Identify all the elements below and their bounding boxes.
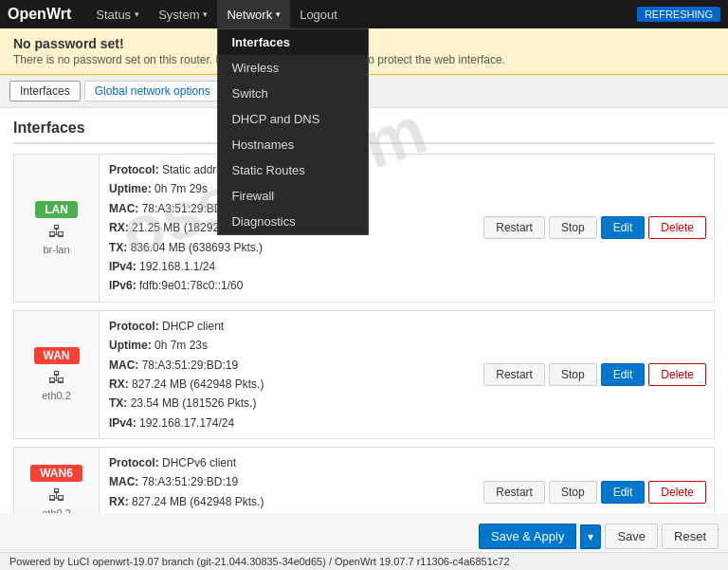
nav-status[interactable]: Status ▾ bbox=[86, 0, 149, 28]
nav-network[interactable]: Network ▾ Interfaces Wireless Switch DHC… bbox=[217, 0, 290, 28]
wan6-stop-button[interactable]: Stop bbox=[549, 481, 597, 504]
lan-action-row: Restart Stop Edit Delete bbox=[483, 216, 706, 239]
wan-action-row: Restart Stop Edit Delete bbox=[483, 363, 706, 386]
lan-badge: LAN bbox=[35, 201, 78, 218]
table-row: WAN6 🖧 eth0.2 Protocol: DHCPv6 client MA… bbox=[13, 447, 715, 513]
wan6-action-row: Restart Stop Edit Delete bbox=[483, 481, 706, 504]
dropdown-item-wireless[interactable]: Wireless bbox=[218, 55, 368, 81]
lan-edit-button[interactable]: Edit bbox=[601, 216, 646, 239]
wan6-delete-button[interactable]: Delete bbox=[648, 481, 706, 504]
save-button[interactable]: Save bbox=[605, 524, 658, 549]
dropdown-item-switch[interactable]: Switch bbox=[218, 81, 368, 106]
wan6-info: Protocol: DHCPv6 client MAC: 78:A3:51:29… bbox=[100, 448, 476, 513]
network-icon: 🖧 bbox=[48, 486, 65, 506]
nav-items: Status ▾ System ▾ Network ▾ Interfaces W… bbox=[86, 0, 637, 28]
footer: Powered by LuCI openwrt-19.07 branch (gi… bbox=[0, 552, 728, 570]
lan-actions: Restart Stop Edit Delete bbox=[476, 155, 714, 302]
wan-badge: WAN bbox=[34, 347, 80, 364]
refresh-button[interactable]: REFRESHING bbox=[637, 7, 720, 22]
iface-badge-col-wan: WAN 🖧 eth0.2 bbox=[14, 311, 100, 438]
wan6-badge: WAN6 bbox=[30, 465, 82, 482]
iface-badge-col-lan: LAN 🖧 br-lan bbox=[14, 155, 100, 302]
dropdown-item-hostnames[interactable]: Hostnames bbox=[218, 132, 368, 157]
lan-stop-button[interactable]: Stop bbox=[549, 216, 597, 239]
network-icon: 🖧 bbox=[48, 368, 65, 388]
lan-subname: br-lan bbox=[43, 244, 69, 255]
brand: OpenWrt bbox=[8, 6, 71, 23]
dropdown-item-diagnostics[interactable]: Diagnostics bbox=[218, 209, 368, 234]
tab-global-network[interactable]: Global network options bbox=[84, 81, 221, 101]
wan-actions: Restart Stop Edit Delete bbox=[476, 311, 714, 438]
network-dropdown: Interfaces Wireless Switch DHCP and DNS … bbox=[217, 28, 369, 235]
wan-edit-button[interactable]: Edit bbox=[601, 363, 646, 386]
iface-badge-col-wan6: WAN6 🖧 eth0.2 bbox=[14, 448, 100, 513]
dropdown-item-dhcp-dns[interactable]: DHCP and DNS bbox=[218, 106, 368, 132]
dropdown-item-interfaces[interactable]: Interfaces bbox=[218, 29, 368, 55]
wan-info: Protocol: DHCP client Uptime: 0h 7m 23s … bbox=[100, 311, 476, 438]
wan-delete-button[interactable]: Delete bbox=[648, 363, 706, 386]
reset-button[interactable]: Reset bbox=[662, 524, 719, 549]
nav-system[interactable]: System ▾ bbox=[149, 0, 217, 28]
wan-restart-button[interactable]: Restart bbox=[483, 363, 545, 386]
wan-subname: eth0.2 bbox=[42, 390, 71, 401]
save-apply-dropdown-button[interactable]: ▾ bbox=[580, 524, 601, 549]
table-row: WAN 🖧 eth0.2 Protocol: DHCP client Uptim… bbox=[13, 310, 715, 439]
nav-right: REFRESHING bbox=[637, 7, 720, 22]
navbar: OpenWrt Status ▾ System ▾ Network ▾ Inte… bbox=[0, 0, 728, 28]
wan6-subname: eth0.2 bbox=[42, 507, 71, 513]
lan-delete-button[interactable]: Delete bbox=[648, 216, 706, 239]
chevron-down-icon: ▾ bbox=[203, 9, 208, 19]
dropdown-item-firewall[interactable]: Firewall bbox=[218, 183, 368, 209]
tab-interfaces[interactable]: Interfaces bbox=[9, 81, 81, 101]
wan6-actions: Restart Stop Edit Delete bbox=[476, 448, 714, 513]
wan6-restart-button[interactable]: Restart bbox=[483, 481, 545, 504]
chevron-down-icon: ▾ bbox=[135, 9, 139, 19]
bottom-bar: Save & Apply ▾ Save Reset bbox=[479, 524, 719, 549]
dropdown-item-static-routes[interactable]: Static Routes bbox=[218, 157, 368, 183]
chevron-down-icon: ▾ bbox=[276, 9, 281, 19]
network-icon: 🖧 bbox=[48, 222, 65, 242]
lan-restart-button[interactable]: Restart bbox=[483, 216, 545, 239]
footer-text: Powered by LuCI openwrt-19.07 branch (gi… bbox=[9, 556, 510, 567]
wan6-edit-button[interactable]: Edit bbox=[601, 481, 646, 504]
nav-logout[interactable]: Logout bbox=[290, 0, 347, 28]
save-apply-button[interactable]: Save & Apply bbox=[479, 524, 576, 549]
wan-stop-button[interactable]: Stop bbox=[549, 363, 597, 386]
